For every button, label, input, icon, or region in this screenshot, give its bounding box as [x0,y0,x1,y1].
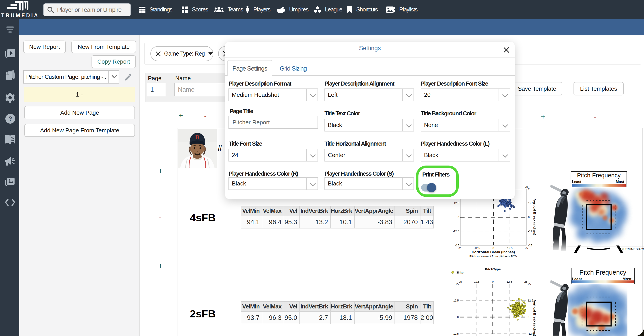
svg-text:© TRUMEDIA 2024: © TRUMEDIA 2024 [622,247,644,251]
